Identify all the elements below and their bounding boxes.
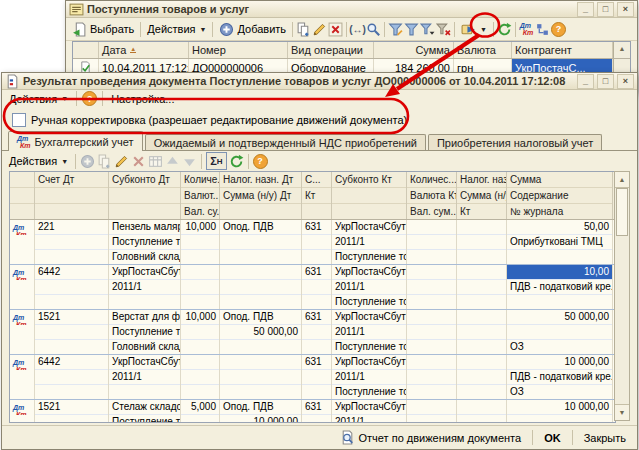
grid-subcell[interactable]	[407, 295, 456, 309]
edit-button[interactable]	[312, 22, 327, 37]
grid-cell[interactable]: 631	[302, 355, 332, 399]
grid-subcell[interactable]	[407, 385, 456, 399]
grid-subcell[interactable]	[181, 385, 219, 399]
dtkt-postings-button[interactable]: ДтКт	[519, 22, 534, 37]
help-button[interactable]: ?	[82, 91, 97, 106]
grid-cell[interactable]: 5,000	[181, 400, 220, 423]
grid-subcell[interactable]: УкрПостачСбут	[332, 265, 406, 280]
grid-subcell[interactable]	[181, 370, 219, 385]
grid-subcell[interactable]: 631	[302, 220, 331, 235]
grid-cell[interactable]	[407, 355, 457, 399]
grid-subcell[interactable]	[457, 370, 506, 385]
grid-subcell[interactable]: 50 000,00	[220, 325, 301, 340]
grid-header-nalog-dt[interactable]: Налог. назн. ДтСумма (н/у) Дт	[220, 172, 302, 219]
grid-subcell[interactable]: 10,000	[181, 310, 219, 325]
grid-cell[interactable]	[407, 400, 457, 423]
grid-cell[interactable]	[181, 355, 220, 399]
grid-subcell[interactable]: 2011/1	[109, 280, 180, 295]
grid-subcell[interactable]: Поступление то...	[109, 235, 180, 250]
grid-subcell[interactable]	[220, 355, 301, 370]
grid-subcell[interactable]	[181, 325, 219, 340]
grid-cell[interactable]: 631	[302, 310, 332, 354]
grid-subcell[interactable]	[457, 340, 506, 354]
grid-subcell[interactable]	[181, 280, 219, 295]
grid-subcell[interactable]	[407, 340, 456, 354]
list-header-currency[interactable]: Валюта	[454, 42, 512, 58]
grid-subcell[interactable]	[457, 400, 506, 415]
scroll-up-button[interactable]: ▲	[615, 172, 629, 188]
grid-subcell[interactable]	[507, 250, 612, 264]
grid-subcell[interactable]	[181, 340, 219, 354]
grid-cell[interactable]: 50 000,00ОЗ	[507, 310, 613, 354]
grid-subcell[interactable]: Пензель малярн...	[109, 220, 180, 235]
grid-subcell[interactable]	[507, 415, 612, 423]
grid-subcell[interactable]: Поступление това...	[332, 295, 406, 309]
grid-cell[interactable]: 221	[35, 220, 109, 264]
grid-subcell[interactable]: УкрПостачСбут	[109, 355, 180, 370]
grid-subcell[interactable]	[302, 370, 331, 385]
grid-subcell[interactable]	[457, 250, 506, 264]
filter-by-value-button[interactable]	[420, 22, 435, 37]
grid-subcell[interactable]: 631	[302, 400, 331, 415]
grid-subcell[interactable]	[220, 250, 301, 264]
grid-subcell[interactable]	[457, 325, 506, 340]
grid-subcell[interactable]: 2011/1	[332, 370, 406, 385]
grid-subcell[interactable]: Опод. ПДВ	[220, 310, 301, 325]
grid-subcell[interactable]: Головний склад	[109, 250, 180, 264]
grid-subcell[interactable]: 2011/1	[332, 235, 406, 250]
grid-cell[interactable]: 50,00Оприбутковані ТМЦ	[507, 220, 613, 264]
grid-subcell[interactable]: 50,00	[507, 220, 612, 235]
grid-subcell[interactable]	[181, 415, 219, 423]
list-header-number[interactable]: Номер	[189, 42, 288, 58]
grid-cell[interactable]: УкрПостачСбут2011/1Поступление това...	[332, 265, 407, 309]
filter-settings-button[interactable]	[388, 22, 403, 37]
grid-subcell[interactable]	[220, 385, 301, 399]
refresh-button[interactable]	[229, 154, 244, 169]
grid-cell[interactable]: Опод. ПДВ50 000,00	[220, 310, 302, 354]
edit-button[interactable]	[114, 154, 129, 169]
grid-subcell[interactable]	[407, 325, 456, 340]
delete-button[interactable]	[328, 22, 343, 37]
grid-row[interactable]: ДтКт1521Верстат для фігу...Поступление т…	[10, 310, 615, 355]
grid-subcell[interactable]	[109, 295, 180, 309]
grid-subcell[interactable]	[181, 295, 219, 309]
document-structure-button[interactable]	[535, 22, 550, 37]
grid-cell[interactable]: 10,000	[181, 220, 220, 264]
list-scroll-up[interactable]: ▲	[613, 42, 630, 58]
grid-cell[interactable]: Опод. ПДВ	[220, 220, 302, 264]
grid-subcell[interactable]	[407, 250, 456, 264]
grid-subcell[interactable]: 221	[35, 220, 108, 235]
minimize-button[interactable]: _	[577, 2, 594, 17]
grid-subcell[interactable]	[302, 415, 331, 423]
grid-subcell[interactable]	[302, 385, 331, 399]
grid-subcell[interactable]: 2011/1	[332, 325, 406, 340]
grid-subcell[interactable]: Поступление това...	[332, 340, 406, 354]
maximize-button[interactable]: □	[597, 2, 614, 17]
grid-subcell[interactable]: 2011/1	[332, 280, 406, 295]
grid-subcell[interactable]	[457, 235, 506, 250]
help-button[interactable]: ?	[551, 22, 566, 37]
grid-cell[interactable]	[457, 400, 507, 423]
close-button[interactable]: ×	[617, 74, 634, 89]
grid-header-subkonto-dt[interactable]: Субконто Дт	[109, 172, 181, 219]
grid-cell[interactable]: ДтКт	[10, 220, 35, 264]
grid-subcell[interactable]	[302, 280, 331, 295]
grid-row[interactable]: ДтКт1521Стелаж складсь...Поступление то.…	[10, 400, 615, 423]
grid-subcell[interactable]: Опод. ПДВ	[220, 220, 301, 235]
grid-cell[interactable]: 10,000	[181, 310, 220, 354]
find-button[interactable]	[366, 22, 381, 37]
grid-subcell[interactable]	[220, 265, 301, 280]
grid-cell[interactable]	[181, 265, 220, 309]
grid-subcell[interactable]: 50 000,00	[507, 310, 612, 325]
grid-subcell[interactable]	[407, 265, 456, 280]
grid-subcell[interactable]: УкрПостачСбут	[109, 265, 180, 280]
grid-cell[interactable]	[457, 310, 507, 354]
table-settings-button[interactable]	[148, 154, 163, 169]
grid-subcell[interactable]	[407, 415, 456, 423]
grid-header-schet-kt[interactable]: С...Кт	[302, 172, 332, 219]
grid-subcell[interactable]	[457, 280, 506, 295]
grid-subcell[interactable]: 631	[302, 310, 331, 325]
grid-subcell[interactable]: Оприбутковані ТМЦ	[507, 235, 612, 250]
grid-cell[interactable]: ДтКт	[10, 310, 35, 354]
grid-subcell[interactable]	[457, 415, 506, 423]
